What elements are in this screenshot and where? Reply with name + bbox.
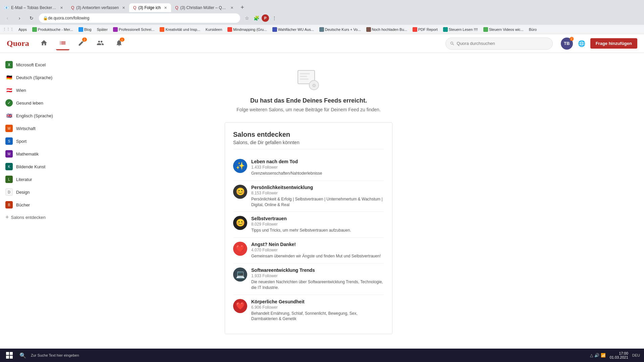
sidebar-item-gesund[interactable]: ✓ Gesund leben: [0, 97, 74, 109]
sidebar-item-design[interactable]: D Design: [0, 186, 74, 198]
salon-item-softwareentwicklung[interactable]: 💻 Softwareentwicklung Trends 1.933 Follo…: [233, 263, 384, 295]
reload-button[interactable]: ↻: [27, 13, 36, 23]
bookmark-wahlfächer[interactable]: Wahlfächer WU Aus...: [270, 26, 316, 33]
bookmark-apps[interactable]: Apps: [16, 27, 29, 32]
salon-item-körperliche-gesundheit[interactable]: ❤️ Körperliche Gesundheit 6.906 Follower…: [233, 295, 384, 326]
sidebar-item-mathematik[interactable]: M Mathematik: [0, 147, 74, 160]
tab-3[interactable]: Q (3) Folge ich ✕: [129, 3, 171, 12]
svg-rect-2: [300, 76, 307, 77]
bookmark-blog[interactable]: Blog: [76, 26, 94, 33]
salon-info-gesundheit: Körperliche Gesundheit 6.906 Follower Be…: [251, 299, 384, 322]
more-button[interactable]: ⋮: [270, 14, 278, 22]
salon-item-persönlichkeit[interactable]: 😊 Persönlichkeitsentwicklung 8.153 Follo…: [233, 181, 384, 212]
tab-4[interactable]: Q (3) Christian Müller – Quora ✕: [171, 3, 237, 12]
literatur-icon: L: [5, 176, 13, 183]
notifications-nav-icon[interactable]: 1: [112, 37, 126, 50]
salon-info-leben: Leben nach dem Tod 1.433 Follower Grenzw…: [251, 159, 384, 176]
deutsch-icon: 🇩🇪: [5, 74, 13, 81]
salon-item-selbstvertrauen[interactable]: 😊 Selbstvertrauen 8.029 Follower Tipps u…: [233, 212, 384, 238]
gesund-icon: ✓: [5, 99, 13, 107]
header-right: TB 2 🌐 Frage hinzufügen: [561, 38, 637, 50]
salons-section-title: Salons entdecken: [233, 131, 384, 138]
tab-bar: 📧 E-Mail – Tobias Becker – Outlook ✕ Q (…: [0, 0, 644, 12]
forward-button[interactable]: ›: [15, 13, 24, 23]
bookmark-icon: [113, 27, 118, 32]
bookmarks-bar: ⋮⋮⋮ Apps Produktsuche - Mer... Blog Spät…: [0, 25, 644, 34]
salon-item-leben[interactable]: ✨ Leben nach dem Tod 1.433 Follower Gren…: [233, 155, 384, 181]
plus-icon: +: [5, 214, 9, 221]
bookmark-professionell[interactable]: Professionell Schrei...: [111, 26, 156, 33]
bookmark-produktsuche[interactable]: Produktsuche - Mer...: [30, 26, 75, 33]
tab-2[interactable]: Q (3) Antworten verfassen ✕: [67, 3, 129, 12]
microsoft-excel-icon: X: [5, 61, 13, 68]
taskbar-left: 🔍 Zur Suche Text hier eingeben: [4, 350, 79, 361]
search-taskbar-button[interactable]: 🔍: [17, 350, 28, 361]
tab-close-3[interactable]: ✕: [164, 6, 167, 10]
tab-close-2[interactable]: ✕: [122, 6, 125, 10]
main-content: ⚙ Du hast das Ende Deines Feeds erreicht…: [74, 53, 543, 341]
write-badge: 2: [82, 38, 87, 42]
write-nav-icon[interactable]: 2: [75, 37, 88, 50]
wien-icon: 🇦🇹: [5, 86, 13, 94]
sidebar-item-sport[interactable]: S Sport: [0, 135, 74, 147]
bookmark-icon: [78, 27, 83, 32]
bookmark-kreativität[interactable]: Kreativität und Insp...: [158, 26, 202, 33]
bookmark-steuern-lesen[interactable]: Steuern Lesen !!!!: [441, 26, 480, 33]
new-tab-button[interactable]: +: [237, 3, 247, 12]
home-nav-icon[interactable]: [37, 37, 51, 50]
bookmark-icon: [413, 27, 417, 32]
sidebar-item-microsoft-excel[interactable]: X Microsoft Excel: [0, 58, 74, 71]
tab-close-1[interactable]: ✕: [60, 6, 63, 10]
language-button[interactable]: 🌐: [576, 38, 588, 50]
sidebar-item-bildende-kunst[interactable]: K Bildende Kunst: [0, 160, 74, 173]
feed-nav-icon[interactable]: [56, 37, 69, 50]
back-button[interactable]: ‹: [3, 13, 12, 23]
extensions-button[interactable]: 🧩: [252, 14, 260, 22]
search-taskbar-label[interactable]: Zur Suche Text hier eingeben: [31, 353, 79, 357]
feed-end-icon: ⚙: [295, 66, 322, 93]
end-of-feed-title: Du hast das Ende Deines Feeds erreicht.: [250, 97, 367, 104]
sidebar-item-literatur[interactable]: L Literatur: [0, 173, 74, 186]
avatar-badge: 2: [570, 37, 574, 41]
spaces-nav-icon[interactable]: [94, 37, 107, 50]
bookmark-icon: [483, 27, 488, 32]
bookmark-steuern-videos[interactable]: Steuern Videos wic...: [481, 26, 526, 33]
browser-chrome: 📧 E-Mail – Tobias Becker – Outlook ✕ Q (…: [0, 0, 644, 34]
start-button[interactable]: [4, 350, 15, 361]
salon-avatar-leben: ✨: [233, 159, 247, 173]
bookmark-kursideen[interactable]: Kursideen: [204, 27, 224, 32]
sidebar-item-wien[interactable]: 🇦🇹 Wien: [0, 84, 74, 97]
avatar-button[interactable]: TB 2: [561, 38, 573, 50]
bookmark-noch-hochladen[interactable]: Noch hochladen Bu...: [364, 26, 409, 33]
sidebar-discover[interactable]: + Salons entdecken: [0, 211, 74, 224]
bookmark-später[interactable]: Später: [95, 27, 110, 32]
tab-close-4[interactable]: ✕: [230, 6, 233, 10]
bookmark-pdf[interactable]: PDF Report: [411, 26, 440, 33]
sidebar-item-englisch[interactable]: 🇬🇧 Englisch (Sprache): [0, 109, 74, 122]
salon-item-angst[interactable]: ❤️ Angst? Nein Danke! 4.070 Follower Gem…: [233, 238, 384, 263]
end-of-feed-subtitle: Folge weiteren Salons, um neue Beiträge …: [236, 107, 381, 112]
tab-1[interactable]: 📧 E-Mail – Tobias Becker – Outlook ✕: [0, 3, 67, 12]
profile-button[interactable]: P: [262, 14, 269, 22]
add-question-button[interactable]: Frage hinzufügen: [590, 38, 637, 49]
end-of-feed: ⚙ Du hast das Ende Deines Feeds erreicht…: [236, 60, 381, 122]
star-button[interactable]: ☆: [243, 14, 251, 22]
sidebar-item-wirtschaft[interactable]: W Wirtschaft: [0, 122, 74, 135]
right-panel: [543, 53, 644, 341]
mathematik-icon: M: [5, 150, 13, 158]
svg-rect-6: [6, 352, 9, 355]
address-bar[interactable]: 🔒 de.quora.com/following: [39, 13, 240, 23]
salons-section-subtitle: Salons, die Dir gefallen könnten: [233, 140, 384, 149]
quora-logo[interactable]: Quora: [7, 39, 29, 48]
salon-info-software: Softwareentwicklung Trends 1.933 Followe…: [251, 267, 384, 291]
bookmark-icon: [32, 27, 37, 32]
search-input[interactable]: [457, 41, 548, 46]
quora-app: Quora 2 1 TB 2 🌐 Frage: [0, 34, 644, 362]
sidebar-item-bücher[interactable]: B Bücher: [0, 198, 74, 211]
bookmark-deutsche-kurs[interactable]: Deutsche Kurs + Vo...: [317, 26, 363, 33]
bookmark-mindmapping[interactable]: Mindmapping (Gru...: [225, 26, 269, 33]
sidebar-item-deutsch[interactable]: 🇩🇪 Deutsch (Sprache): [0, 71, 74, 84]
svg-text:⚙: ⚙: [312, 83, 316, 88]
bookmark-büro[interactable]: Büro: [527, 27, 539, 32]
search-bar[interactable]: [445, 38, 553, 50]
